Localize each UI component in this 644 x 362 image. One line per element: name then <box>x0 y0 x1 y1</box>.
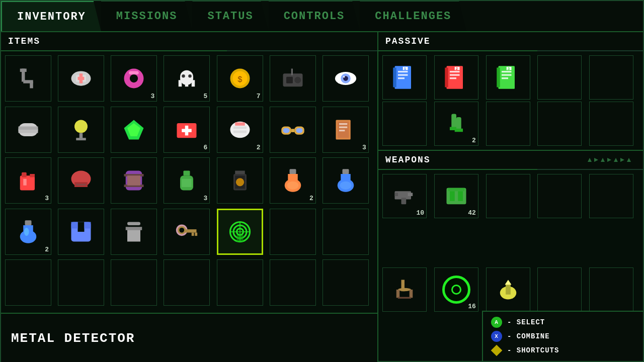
svg-point-16 <box>189 74 192 78</box>
grenade-icon <box>442 276 470 304</box>
item-cell-20[interactable]: 2 <box>270 157 316 204</box>
item-cell-13[interactable] <box>270 107 316 153</box>
shortcuts-button-icon <box>491 345 502 356</box>
passive-cell-3[interactable]: 3 <box>486 55 530 100</box>
weapon-cell-8[interactable] <box>486 267 530 312</box>
item-cell-26[interactable] <box>217 209 263 255</box>
select-button-icon: A <box>491 317 502 328</box>
weapon-cell-3[interactable] <box>486 174 530 218</box>
svg-rect-42 <box>235 122 245 126</box>
item-cell-23[interactable] <box>58 209 104 255</box>
item-cell-5[interactable]: $7 <box>217 55 263 102</box>
item-count-3: 3 <box>150 93 154 100</box>
item-cell-4[interactable]: 5 <box>164 55 210 102</box>
item-cell-3[interactable]: 3 <box>111 55 157 102</box>
passive-cell-1[interactable]: 1 <box>382 55 427 100</box>
item-icon-bandage <box>63 61 99 96</box>
item-icon-gascan <box>11 163 46 198</box>
svg-rect-119 <box>502 77 508 79</box>
item-cell-18[interactable]: 3 <box>164 157 210 204</box>
item-cell-33[interactable] <box>217 259 263 306</box>
item-cell-11[interactable]: 6 <box>164 107 210 153</box>
svg-rect-38 <box>182 129 192 132</box>
svg-rect-54 <box>22 172 27 177</box>
item-cell-28[interactable] <box>323 209 369 255</box>
item-cell-22[interactable]: 2 <box>5 209 51 255</box>
item-cell-8[interactable] <box>5 107 51 153</box>
passive-cell-2[interactable]: 2 <box>434 55 478 100</box>
weapon-cell-9[interactable] <box>537 267 582 312</box>
item-cell-17[interactable] <box>111 157 157 204</box>
svg-rect-135 <box>398 288 411 292</box>
weapon-cell-4[interactable] <box>537 174 582 218</box>
bottom-bar: METAL DETECTOR <box>1 313 377 362</box>
item-cell-35[interactable] <box>323 259 369 306</box>
left-panel: ITEMS 35$76233322 METAL DETECTOR <box>1 32 378 362</box>
item-cell-31[interactable] <box>111 259 157 306</box>
item-cell-29[interactable] <box>5 259 51 306</box>
weapon-cell-7[interactable]: 16 <box>434 267 478 312</box>
svg-rect-14 <box>192 80 195 86</box>
tab-challenges[interactable]: CHALLENGES <box>360 1 466 31</box>
svg-rect-13 <box>185 80 189 86</box>
svg-text:$: $ <box>237 75 243 84</box>
passive-cell-6[interactable] <box>382 102 427 146</box>
tab-missions[interactable]: MISSIONS <box>101 1 193 31</box>
weapon-icon-explosive <box>491 272 526 307</box>
svg-rect-79 <box>25 220 32 225</box>
tab-controls[interactable]: CONTROLS <box>269 1 360 31</box>
svg-rect-53 <box>20 175 35 190</box>
svg-rect-132 <box>458 191 463 201</box>
item-cell-34[interactable] <box>270 259 316 306</box>
svg-rect-124 <box>456 117 461 130</box>
weapons-nav-dots <box>588 158 636 162</box>
passive-cell-8[interactable] <box>486 102 530 146</box>
item-cell-24[interactable] <box>111 209 157 255</box>
item-icon-book <box>328 112 363 147</box>
item-cell-27[interactable] <box>270 209 316 255</box>
svg-rect-33 <box>76 138 86 140</box>
passive-cell-5[interactable] <box>589 55 633 100</box>
item-cell-19[interactable] <box>217 157 263 204</box>
item-cell-21[interactable] <box>323 157 369 204</box>
passive-cell-10[interactable] <box>589 102 633 146</box>
item-cell-1[interactable] <box>5 55 51 102</box>
item-cell-25[interactable] <box>164 209 210 255</box>
weapon-cell-1[interactable]: 10 <box>382 174 427 218</box>
item-icon-water <box>11 214 46 249</box>
tab-inventory[interactable]: INVENTORY <box>1 1 101 31</box>
weapon-cell-2[interactable]: 42 <box>434 174 478 218</box>
item-icon-goggles <box>275 112 310 147</box>
svg-rect-89 <box>127 222 140 225</box>
item-cell-7[interactable] <box>323 55 369 102</box>
item-cell-30[interactable] <box>58 259 104 306</box>
item-cell-2[interactable] <box>58 55 104 102</box>
svg-rect-93 <box>192 232 194 236</box>
item-cell-14[interactable]: 3 <box>323 107 369 153</box>
passive-cell-4[interactable] <box>537 55 582 100</box>
svg-rect-104 <box>398 74 408 76</box>
passive-icon-book-red: 2 <box>439 60 474 95</box>
svg-rect-23 <box>291 69 292 75</box>
item-cell-15[interactable]: 3 <box>5 157 51 204</box>
weapon-icon-pistol <box>387 178 422 214</box>
weapon-cell-5[interactable] <box>589 174 633 218</box>
item-cell-16[interactable] <box>58 157 104 204</box>
item-cell-32[interactable] <box>164 259 210 306</box>
item-cell-6[interactable] <box>270 55 316 102</box>
nav-dot-3 <box>607 158 611 162</box>
item-icon-wrench <box>11 61 46 96</box>
weapon-cell-10[interactable] <box>589 267 633 312</box>
passive-cell-7[interactable]: 2 <box>434 102 478 146</box>
svg-rect-66 <box>182 179 192 187</box>
weapon-cell-6[interactable] <box>382 267 427 312</box>
svg-rect-94 <box>195 232 198 236</box>
item-cell-9[interactable] <box>58 107 104 153</box>
item-cell-10[interactable] <box>111 107 157 153</box>
item-cell-12[interactable]: 2 <box>217 107 263 153</box>
svg-rect-64 <box>184 171 190 176</box>
item-icon-coin: $ <box>222 61 258 96</box>
svg-rect-112 <box>450 77 456 79</box>
tab-status[interactable]: STATUS <box>192 1 268 31</box>
passive-cell-9[interactable] <box>537 102 582 146</box>
